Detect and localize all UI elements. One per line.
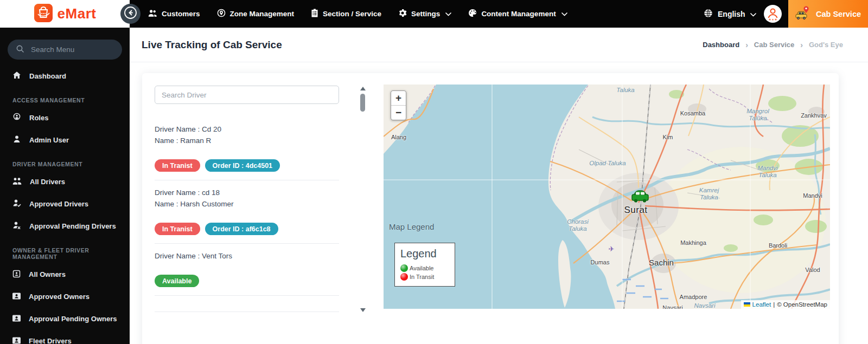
sidebar-item-label: Approval Pending Owners	[29, 315, 117, 323]
people-icon	[12, 177, 22, 187]
sidebar-item-roles[interactable]: Roles	[0, 107, 130, 129]
list-divider	[155, 311, 339, 312]
nav-content-management[interactable]: Content Management	[468, 9, 567, 19]
sidebar-search[interactable]	[8, 40, 122, 60]
driver-name-text: Driver Name : cd 18	[155, 187, 354, 198]
sidebar-item-label: Admin User	[29, 136, 69, 144]
clipboard-icon	[311, 9, 318, 19]
nav-label: Customers	[162, 10, 200, 18]
nav-zone-management[interactable]: Zone Management	[217, 9, 295, 19]
sidebar-item-admin-user[interactable]: Admin User	[0, 129, 130, 151]
driver-badges: Available	[155, 275, 354, 287]
breadcrumb: Dashboard › Cab Service › God's Eye	[703, 41, 843, 49]
page-title: Live Tracking of Cab Service	[142, 39, 282, 51]
sidebar-item-all-drivers[interactable]: All Drivers	[0, 171, 130, 193]
scroll-down-arrow[interactable]	[360, 308, 366, 312]
driver-badges: In Tranist Order ID : af6c1c8	[155, 223, 354, 235]
sidebar-item-label: Fleet Drivers	[29, 337, 72, 344]
leaflet-link[interactable]: Leaflet	[752, 301, 771, 308]
sidebar-item-fleet-drivers[interactable]: Fleet Drivers	[0, 330, 130, 344]
location-pin-icon	[217, 9, 226, 19]
emart-logo-icon	[34, 3, 53, 25]
breadcrumb-separator: ›	[800, 41, 803, 49]
legend-row-in-transit: In Transit	[400, 273, 451, 281]
person-remove-icon	[12, 221, 21, 231]
main-nav: Customers Zone Management Section / Serv…	[148, 0, 567, 28]
nav-label: Zone Management	[230, 10, 295, 18]
taxi-icon	[795, 5, 811, 22]
driver-name-text: Driver Name : Cd 20	[155, 124, 354, 135]
order-id-badge: Order ID : 4dc4501	[205, 159, 280, 172]
sidebar-item-all-owners[interactable]: All Owners	[0, 263, 130, 285]
brand-logo-area[interactable]: eMart	[0, 0, 130, 28]
ukraine-flag-icon	[744, 302, 750, 307]
nav-label: Section / Service	[323, 10, 381, 18]
map-legend-caption: Map Legend	[389, 222, 434, 231]
id-badge-icon	[12, 270, 21, 280]
sidebar-item-label: All Owners	[29, 270, 66, 278]
language-selector[interactable]: English	[704, 0, 756, 28]
openstreetmap-link[interactable]: © OpenStreetMap	[777, 301, 827, 308]
sidebar-section-owner: OWNER & FLEET DRIVER MANAGEMENT	[0, 237, 130, 263]
gear-icon	[398, 9, 407, 19]
scroll-up-arrow[interactable]	[360, 87, 366, 90]
order-id-badge: Order ID : af6c1c8	[205, 223, 278, 235]
cab-service-switcher[interactable]: Cab Service	[788, 0, 868, 28]
search-icon	[16, 44, 24, 55]
legend-row-available: Available	[400, 264, 451, 272]
chevron-down-icon	[750, 10, 756, 18]
user-avatar[interactable]	[764, 5, 782, 23]
id-card-icon	[12, 336, 21, 344]
map-attribution: Leaflet | © OpenStreetMap	[741, 300, 830, 309]
breadcrumb-gods-eye: God's Eye	[809, 41, 843, 49]
map-zoom-control: + −	[391, 90, 406, 120]
language-label: English	[718, 10, 745, 18]
sidebar-section-access: ACCESS MANAGEMENT	[0, 87, 130, 107]
zoom-out-button[interactable]: −	[391, 105, 406, 120]
map-legend-box: Legend Available In Transit	[394, 243, 455, 287]
globe-icon	[704, 9, 713, 20]
driver-list-item[interactable]: Driver Name : Vent Tors Available	[155, 244, 354, 296]
sidebar-search-input[interactable]	[30, 45, 113, 54]
sidebar-item-label: All Drivers	[30, 178, 65, 186]
status-badge: In Tranist	[155, 223, 200, 235]
tracking-card: Driver Name : Cd 20 Name : Raman R In Tr…	[142, 73, 839, 344]
breadcrumb-dashboard[interactable]: Dashboard	[703, 41, 739, 49]
attribution-divider: |	[773, 301, 775, 308]
nav-customers[interactable]: Customers	[148, 9, 200, 19]
driver-list-scrollbar[interactable]	[360, 87, 366, 312]
person-pin-icon	[12, 113, 21, 123]
sidebar-item-label: Roles	[29, 114, 48, 122]
driver-badges: In Tranist Order ID : 4dc4501	[155, 159, 354, 172]
zoom-in-button[interactable]: +	[391, 91, 406, 105]
in-transit-dot-icon	[400, 273, 408, 281]
nav-settings[interactable]: Settings	[398, 9, 451, 19]
back-arrow-icon	[124, 6, 137, 22]
breadcrumb-separator: ›	[745, 41, 748, 49]
driver-list-item[interactable]: Driver Name : cd 18 Name : Harsh Custome…	[155, 180, 354, 244]
brand-name: eMart	[58, 5, 97, 22]
live-tracking-map[interactable]: TalukaKosambaZankhvavMangrol TalukaKimAl…	[384, 85, 830, 309]
sidebar-item-approval-pending-drivers[interactable]: Approval Pending Drivers	[0, 215, 130, 237]
person-icon	[12, 135, 21, 145]
search-driver-input[interactable]	[155, 86, 339, 104]
scroll-thumb[interactable]	[360, 94, 365, 112]
palette-icon	[468, 9, 477, 19]
sidebar-item-approval-pending-owners[interactable]: Approval Pending Owners	[0, 308, 130, 330]
legend-title: Legend	[400, 248, 451, 260]
customer-name-text: Name : Harsh Customer	[155, 198, 354, 210]
sidebar-item-approved-owners[interactable]: Approved Owners	[0, 285, 130, 308]
breadcrumb-cab-service[interactable]: Cab Service	[754, 41, 794, 49]
driver-name-text: Driver Name : Vent Tors	[155, 250, 354, 262]
profile-icon	[765, 7, 780, 21]
available-dot-icon	[400, 264, 408, 272]
customer-name-text: Name : Raman R	[155, 135, 354, 146]
sidebar: Dashboard ACCESS MANAGEMENT Roles Admin …	[0, 28, 130, 344]
sidebar-item-approved-drivers[interactable]: Approved Drivers	[0, 193, 130, 215]
sidebar-item-dashboard[interactable]: Dashboard	[0, 65, 130, 87]
nav-section-service[interactable]: Section / Service	[311, 9, 381, 19]
sidebar-collapse-button[interactable]	[120, 4, 141, 24]
driver-list-item[interactable]: Driver Name : Cd 20 Name : Raman R In Tr…	[155, 117, 354, 180]
status-badge: In Tranist	[155, 159, 200, 172]
sidebar-item-label: Approved Drivers	[29, 200, 88, 208]
